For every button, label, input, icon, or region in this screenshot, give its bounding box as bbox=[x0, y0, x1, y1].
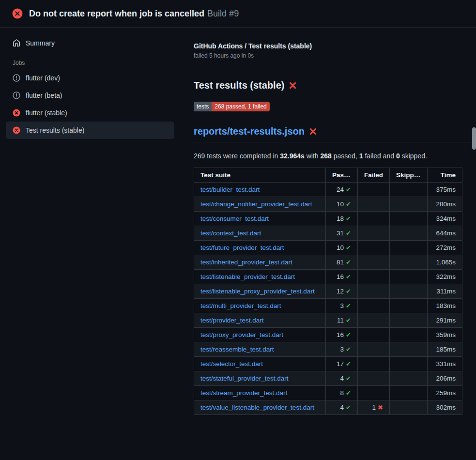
test-suite-link[interactable]: test/multi_provider_test.dart bbox=[200, 302, 281, 309]
skipped-count bbox=[390, 212, 428, 226]
summary-part: 269 tests were completed in bbox=[194, 152, 280, 160]
failed-x-icon bbox=[309, 127, 317, 136]
badge-value: 268 passed, 1 failed bbox=[212, 102, 269, 111]
passed-count-number: 12 bbox=[337, 288, 344, 295]
test-suite-link[interactable]: test/reassemble_test.dart bbox=[200, 346, 274, 353]
check-run-page: Do not create report when job is cancell… bbox=[0, 0, 476, 415]
failed-status-icon bbox=[12, 8, 23, 19]
skipped-count bbox=[390, 197, 428, 212]
test-suite-link[interactable]: test/context_test.dart bbox=[200, 230, 261, 237]
table-row: test/value_listenable_provider_test.dart… bbox=[194, 400, 462, 415]
passed-count: 4✔ bbox=[326, 400, 358, 415]
time-value: 644ms bbox=[428, 226, 462, 241]
sidebar-item-job[interactable]: Test results (stable) bbox=[6, 122, 174, 139]
passed-count: 3✔ bbox=[326, 299, 358, 313]
failed-count-number: 1 bbox=[372, 404, 376, 411]
test-suite-link[interactable]: test/provider_test.dart bbox=[200, 317, 264, 324]
sidebar-item-job[interactable]: flutter (dev) bbox=[6, 69, 174, 87]
check-icon: ✔ bbox=[346, 200, 351, 208]
table-row: test/proxy_provider_test.dart16✔359ms bbox=[194, 328, 462, 342]
header: Do not create report when job is cancell… bbox=[0, 0, 476, 28]
test-suite-link[interactable]: test/listenable_provider_test.dart bbox=[200, 273, 295, 280]
test-suite-link[interactable]: test/builder_test.dart bbox=[200, 186, 260, 193]
table-row: test/reassemble_test.dart3✔185ms bbox=[194, 342, 462, 357]
check-icon: ✔ bbox=[346, 302, 351, 309]
passed-count-number: 81 bbox=[337, 259, 344, 266]
tests-badge: tests 268 passed, 1 failed bbox=[194, 102, 270, 111]
test-suite-link[interactable]: test/consumer_test.dart bbox=[200, 215, 269, 222]
check-icon: ✔ bbox=[346, 186, 351, 193]
test-suite-link[interactable]: test/proxy_provider_test.dart bbox=[200, 331, 283, 338]
failed-count bbox=[358, 212, 390, 226]
test-suite-link[interactable]: test/selector_test.dart bbox=[200, 360, 263, 368]
report-title: reports/test-results.json bbox=[194, 126, 476, 142]
home-icon bbox=[13, 39, 20, 47]
test-suite-link[interactable]: test/stateful_provider_test.dart bbox=[200, 375, 289, 382]
failed-count bbox=[358, 226, 390, 241]
failed-status-icon bbox=[13, 126, 20, 134]
test-suite-link[interactable]: test/listenable_proxy_provider_test.dart bbox=[200, 288, 315, 295]
passed-count: 12✔ bbox=[326, 284, 358, 299]
passed-count: 18✔ bbox=[326, 212, 358, 226]
scrollbar-thumb[interactable] bbox=[472, 127, 476, 150]
test-suite-link[interactable]: test/change_notifier_provider_test.dart bbox=[200, 200, 312, 208]
report-file-link[interactable]: reports/test-results.json bbox=[194, 126, 305, 137]
table-row: test/stateful_provider_test.dart4✔206ms bbox=[194, 371, 462, 386]
summary-part: failed and bbox=[363, 152, 397, 160]
test-suite-link[interactable]: test/future_provider_test.dart bbox=[200, 244, 284, 251]
test-suite-link[interactable]: test/inherited_provider_test.dart bbox=[200, 259, 292, 266]
passed-count-number: 10 bbox=[337, 200, 344, 208]
column-header-time: Time bbox=[428, 168, 462, 183]
test-suite-cell: test/context_test.dart bbox=[194, 226, 326, 241]
skipped-count bbox=[390, 255, 428, 270]
build-number: Build #9 bbox=[207, 9, 239, 18]
passed-count: 16✔ bbox=[326, 328, 358, 342]
sidebar-item-job[interactable]: flutter (beta) bbox=[6, 87, 174, 104]
failed-count bbox=[358, 357, 390, 371]
check-icon: ✔ bbox=[346, 230, 351, 237]
time-value: 331ms bbox=[428, 357, 462, 371]
job-label: Test results (stable) bbox=[26, 126, 84, 134]
check-icon: ✔ bbox=[346, 346, 351, 353]
check-icon: ✔ bbox=[346, 259, 351, 266]
test-suite-link[interactable]: test/value_listenable_provider_test.dart bbox=[200, 404, 314, 411]
time-value: 311ms bbox=[428, 284, 462, 299]
sidebar-item-job[interactable]: flutter (stable) bbox=[6, 104, 174, 122]
check-icon: ✔ bbox=[346, 331, 351, 338]
column-header-test-suite: Test suite bbox=[194, 168, 326, 183]
passed-count: 81✔ bbox=[326, 255, 358, 270]
badge-label: tests bbox=[194, 102, 212, 111]
time-value: 324ms bbox=[428, 212, 462, 226]
check-icon: ✔ bbox=[346, 375, 351, 382]
column-header-failed: Failed bbox=[358, 168, 390, 183]
results-table: Test suite Passed Failed Skipped Time te… bbox=[194, 168, 462, 415]
table-row: test/selector_test.dart17✔331ms bbox=[194, 357, 462, 371]
table-row: test/builder_test.dart24✔375ms bbox=[194, 183, 462, 197]
skipped-count bbox=[390, 313, 428, 328]
content: Summary Jobs flutter (dev)flutter (beta)… bbox=[0, 28, 476, 415]
check-icon: ✔ bbox=[346, 317, 351, 324]
column-header-skipped: Skipped bbox=[390, 168, 428, 183]
sidebar-item-summary[interactable]: Summary bbox=[6, 34, 174, 52]
table-row: test/stream_provider_test.dart8✔259ms bbox=[194, 386, 462, 400]
table-row: test/multi_provider_test.dart3✔183ms bbox=[194, 299, 462, 313]
passed-count-number: 10 bbox=[337, 244, 344, 251]
failed-count bbox=[358, 299, 390, 313]
divider bbox=[194, 67, 476, 67]
test-suite-cell: test/builder_test.dart bbox=[194, 183, 326, 197]
time-value: 185ms bbox=[428, 342, 462, 357]
section-title: Test results (stable) bbox=[194, 80, 476, 91]
main-panel: GitHub Actions / Test results (stable) f… bbox=[180, 28, 476, 415]
skipped-count bbox=[390, 400, 428, 415]
time-value: 206ms bbox=[428, 371, 462, 386]
test-suite-link[interactable]: test/stream_provider_test.dart bbox=[200, 389, 287, 397]
failed-count: 1✖ bbox=[358, 400, 390, 415]
test-suite-cell: test/change_notifier_provider_test.dart bbox=[194, 197, 326, 212]
passed-count-number: 17 bbox=[337, 360, 344, 368]
skipped-count bbox=[390, 226, 428, 241]
table-row: test/provider_test.dart11✔291ms bbox=[194, 313, 462, 328]
x-icon: ✖ bbox=[378, 404, 383, 411]
test-suite-cell: test/listenable_provider_test.dart bbox=[194, 270, 326, 284]
sidebar: Summary Jobs flutter (dev)flutter (beta)… bbox=[0, 28, 180, 139]
skipped-count bbox=[390, 284, 428, 299]
